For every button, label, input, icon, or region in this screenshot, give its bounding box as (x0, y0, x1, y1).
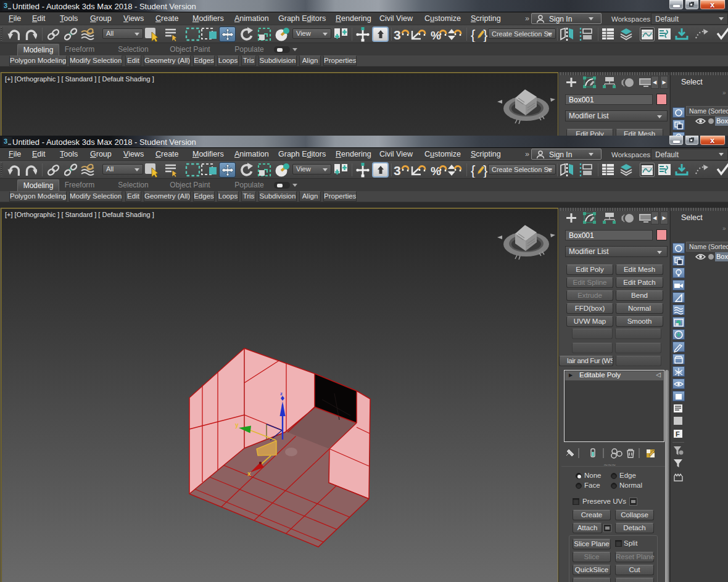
svg-text:F: F (676, 430, 680, 438)
svg-text:3: 3 (394, 163, 401, 178)
svg-text:x: x (247, 470, 251, 477)
svg-text:z: z (280, 391, 283, 396)
svg-text:{: { (471, 27, 475, 42)
svg-text:}: } (483, 163, 487, 178)
svg-text:3: 3 (4, 137, 7, 145)
svg-text:3: 3 (4, 2, 7, 9)
svg-text:%: % (431, 29, 441, 42)
svg-text:}: } (483, 27, 487, 42)
svg-text:3: 3 (394, 28, 401, 42)
svg-text:%: % (431, 165, 441, 178)
svg-text:{: { (471, 163, 475, 178)
svg-text:y: y (235, 422, 239, 428)
